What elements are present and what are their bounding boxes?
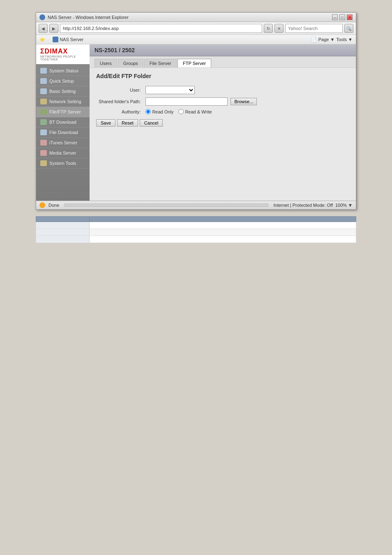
sidebar-item-network-setting[interactable]: Network Setting [36, 97, 90, 107]
sidebar-item-file-download[interactable]: File Download [36, 127, 90, 138]
user-select[interactable] [145, 86, 195, 94]
stop-button[interactable]: ✕ [274, 24, 284, 33]
bt-download-icon [40, 119, 47, 125]
sidebar-item-label: File Download [49, 130, 78, 135]
sidebar-menu: System Status Quick Setup Basic Setting … [36, 64, 90, 170]
table-cell-label [36, 229, 90, 236]
sidebar-item-label: Basic Setting [49, 89, 76, 94]
sidebar-item-system-tools[interactable]: System Tools [36, 158, 90, 169]
refresh-button[interactable]: ↻ [264, 24, 273, 33]
table-cell-label [36, 236, 90, 243]
maximize-button[interactable]: □ [339, 14, 345, 20]
minimize-button[interactable]: — [332, 14, 338, 20]
zoom-dropdown-icon: ▼ [348, 203, 353, 208]
favorites-button[interactable]: NAS Server [51, 36, 85, 43]
toolbar-tools: 📄 Page ▼ Tools ▼ [311, 37, 353, 42]
sidebar-item-label: BT Download [49, 120, 76, 125]
sidebar-item-bt-download[interactable]: BT Download [36, 117, 90, 127]
sidebar-item-system-status[interactable]: System Status [36, 66, 90, 76]
read-write-radio[interactable] [178, 109, 184, 114]
edimax-logo: ΣDIMAX [40, 48, 68, 55]
window-controls: — □ ✕ [332, 14, 353, 20]
sidebar-item-label: System Status [49, 68, 78, 73]
tools-menu[interactable]: Tools ▼ [336, 37, 353, 42]
forward-button[interactable]: ▶ [49, 24, 58, 33]
system-status-icon [40, 68, 47, 74]
table-cell-value [90, 236, 356, 243]
page-icon: 📄 [311, 37, 317, 42]
tools-dropdown[interactable]: Page ▼ [318, 37, 335, 42]
sidebar: ΣDIMAX NETWORKING PEOPLE TOGETHER System… [36, 44, 90, 201]
zoom-level: 100% [335, 203, 347, 208]
sidebar-item-label: iTunes Server [49, 140, 77, 145]
info-table [36, 216, 356, 243]
form-area: Add/Edit FTP Folder User: Shared folder'… [90, 68, 356, 132]
shared-path-input[interactable] [145, 97, 228, 106]
authority-radio-group: Read Only Read & Write [145, 109, 257, 114]
file-download-icon [40, 130, 47, 135]
browse-button[interactable]: Browse... [231, 98, 257, 105]
sidebar-item-label: Quick Setup [49, 79, 74, 83]
sidebar-item-label: Network Setting [49, 99, 81, 104]
favorites-label: NAS Server [60, 37, 83, 42]
authority-row: Authority: Read Only Read & W [96, 107, 259, 116]
read-write-radio-label[interactable]: Read & Write [178, 109, 212, 114]
authority-label: Authority: [96, 107, 143, 116]
main-panel: NS-2501 / 2502 Users Groups File Server … [90, 44, 356, 201]
table-header-col2 [90, 217, 356, 222]
form-title: Add/Edit FTP Folder [96, 73, 349, 79]
address-bar[interactable]: http://192.168.2.5/index.asp [60, 24, 262, 33]
cancel-button[interactable]: Cancel [140, 119, 163, 127]
table-row [36, 222, 356, 229]
table-row [36, 236, 356, 243]
browser-title-text: NAS Server - Windows Internet Explorer [48, 15, 129, 20]
basic-setting-icon [40, 88, 47, 94]
tab-bar: Users Groups File Server FTP Server [90, 56, 356, 68]
tab-file-server[interactable]: File Server [144, 59, 177, 67]
itunes-server-icon [40, 140, 47, 146]
sidebar-item-file-ftp-server[interactable]: File/FTP Server [36, 107, 90, 117]
sidebar-logo: ΣDIMAX NETWORKING PEOPLE TOGETHER [36, 44, 90, 64]
progress-bar [64, 204, 268, 207]
reset-button[interactable]: Reset [117, 119, 138, 127]
read-write-text: Read & Write [185, 109, 212, 114]
table-cell-value [90, 229, 356, 236]
status-icon [39, 202, 45, 208]
browser-toolbar: ◀ ▶ http://192.168.2.5/index.asp ↻ ✕ 🔍 [36, 22, 356, 35]
search-button[interactable]: 🔍 [344, 24, 353, 33]
close-button[interactable]: ✕ [347, 14, 353, 20]
internet-label: Internet | Protected Mode: Off [273, 203, 333, 208]
user-row: User: [96, 84, 259, 96]
network-setting-icon [40, 99, 47, 104]
tab-ftp-server[interactable]: FTP Server [178, 59, 211, 67]
shared-path-row: Shared folder's Path: Browse... [96, 96, 259, 107]
zoom-badge[interactable]: 100% ▼ [335, 203, 353, 208]
shared-path-label: Shared folder's Path: [96, 96, 143, 107]
browser-window: NAS Server - Windows Internet Explorer —… [36, 12, 356, 210]
search-input[interactable] [285, 24, 343, 33]
save-button[interactable]: Save [96, 119, 115, 127]
sidebar-item-media-server[interactable]: Media Server [36, 148, 90, 158]
tab-groups[interactable]: Groups [118, 59, 143, 67]
sidebar-item-basic-setting[interactable]: Basic Setting [36, 86, 90, 97]
done-label: Done [48, 203, 59, 208]
read-only-radio[interactable] [145, 109, 151, 114]
browser-content: ΣDIMAX NETWORKING PEOPLE TOGETHER System… [36, 44, 356, 201]
read-only-text: Read Only [152, 109, 173, 114]
sidebar-item-itunes-server[interactable]: iTunes Server [36, 138, 90, 148]
favorites-bar: ⭐ NAS Server 📄 Page ▼ Tools ▼ [36, 35, 356, 44]
browser-title-icon [39, 14, 45, 20]
read-only-radio-label[interactable]: Read Only [145, 109, 173, 114]
status-right: Internet | Protected Mode: Off 100% ▼ [273, 203, 353, 208]
browser-title: NAS Server - Windows Internet Explorer [39, 14, 129, 20]
status-bar: Done Internet | Protected Mode: Off 100%… [36, 201, 356, 209]
browser-titlebar: NAS Server - Windows Internet Explorer —… [36, 13, 356, 22]
media-server-icon [40, 150, 47, 156]
back-button[interactable]: ◀ [39, 24, 48, 33]
tab-users[interactable]: Users [95, 59, 117, 67]
sidebar-item-label: System Tools [49, 161, 76, 166]
table-cell-value [90, 222, 356, 229]
sidebar-item-quick-setup[interactable]: Quick Setup [36, 76, 90, 86]
logo-subtitle: NETWORKING PEOPLE TOGETHER [40, 55, 85, 61]
nas-server-icon [53, 37, 58, 42]
